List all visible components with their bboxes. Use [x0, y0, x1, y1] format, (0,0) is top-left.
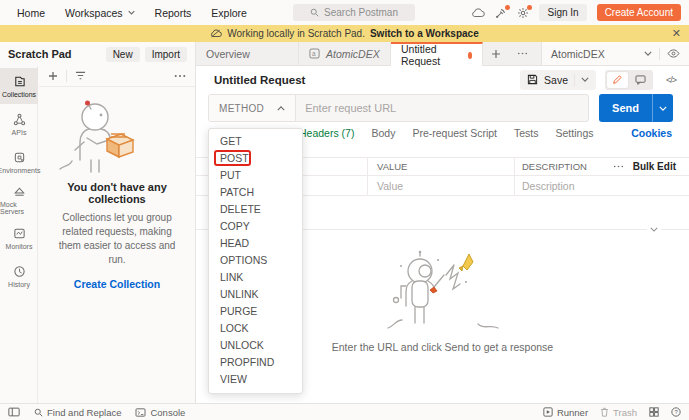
save-button[interactable]: Save: [520, 70, 596, 90]
request-url-input[interactable]: [296, 95, 588, 121]
sign-in-button[interactable]: Sign In: [539, 4, 586, 21]
method-option-view[interactable]: VIEW: [209, 371, 302, 388]
toggle-sidebar-icon[interactable]: [8, 407, 20, 417]
method-option-patch[interactable]: PATCH: [209, 184, 302, 201]
unsaved-dot: [468, 52, 472, 59]
method-option-post[interactable]: POST: [209, 150, 302, 167]
sidebar-item-environments[interactable]: Environments: [0, 144, 38, 180]
capture-requests-icon[interactable]: [495, 7, 507, 19]
collections-toolbar: [39, 66, 195, 87]
environment-name[interactable]: AtomicDEX: [551, 48, 637, 60]
runner-label: Runner: [557, 407, 588, 418]
mock-servers-icon: [13, 185, 26, 198]
method-option-get[interactable]: GET: [209, 133, 302, 150]
cloud-icon[interactable]: [471, 8, 485, 18]
edit-comment-toggle: [605, 70, 653, 90]
send-button: Send: [599, 94, 673, 122]
more-options-icon[interactable]: [605, 165, 633, 168]
nav-workspaces-label: Workspaces: [65, 7, 123, 19]
search-icon: [34, 408, 43, 417]
description-cell[interactable]: Description: [515, 180, 689, 192]
search-input[interactable]: Search Postman: [293, 4, 415, 21]
tab-body[interactable]: Body: [371, 127, 395, 139]
comment-icon[interactable]: [629, 71, 652, 89]
method-dropdown-menu: GET POST PUT PATCH DELETE COPY HEAD OPTI…: [208, 128, 303, 394]
sidebar-item-monitors[interactable]: Monitors: [0, 220, 38, 256]
tab-headers[interactable]: Headers (7): [299, 127, 354, 139]
code-icon[interactable]: </>: [666, 75, 676, 85]
tab-settings[interactable]: Settings: [556, 127, 594, 139]
sidebar: Scratch Pad New Import Collections APIs …: [0, 42, 196, 403]
tab-pre-request-script[interactable]: Pre-request Script: [412, 127, 497, 139]
save-options-chevron-icon[interactable]: [581, 77, 589, 82]
search-placeholder: Search Postman: [324, 7, 398, 18]
tab-untitled-request[interactable]: Untitled Request: [391, 42, 483, 66]
method-option-unlock[interactable]: UNLOCK: [209, 337, 302, 354]
import-button[interactable]: Import: [145, 47, 187, 62]
panels-icon[interactable]: [649, 407, 659, 417]
method-option-options[interactable]: OPTIONS: [209, 252, 302, 269]
sidebar-item-collections[interactable]: Collections: [0, 68, 38, 104]
method-option-head[interactable]: HEAD: [209, 235, 302, 252]
method-option-purge[interactable]: PURGE: [209, 303, 302, 320]
runner-icon: [543, 407, 553, 417]
divider: [659, 48, 660, 60]
sidebar-item-history[interactable]: History: [0, 258, 38, 294]
nav-reports[interactable]: Reports: [146, 7, 201, 19]
method-option-delete[interactable]: DELETE: [209, 201, 302, 218]
more-options-icon[interactable]: [174, 74, 186, 78]
rail-label: History: [8, 281, 30, 288]
method-option-put[interactable]: PUT: [209, 167, 302, 184]
add-icon[interactable]: [48, 71, 58, 81]
sidebar-item-apis[interactable]: APIs: [0, 106, 38, 142]
method-option-unlink[interactable]: UNLINK: [209, 286, 302, 303]
sidebar-rail: Collections APIs Environments Mock Serve…: [0, 66, 38, 403]
nav-menu: Home Workspaces Reports Explore: [8, 7, 256, 19]
tab-overview[interactable]: Overview: [196, 42, 299, 65]
environment-quick-look-icon[interactable]: [667, 49, 680, 58]
send-label[interactable]: Send: [599, 94, 652, 122]
chevron-down-icon[interactable]: [644, 51, 652, 56]
filter-icon[interactable]: [75, 71, 86, 81]
create-account-button[interactable]: Create Account: [597, 4, 681, 21]
url-row: METHOD Send: [196, 93, 689, 123]
close-icon[interactable]: ✕: [672, 27, 681, 40]
divider: [66, 70, 67, 82]
method-option-link[interactable]: LINK: [209, 269, 302, 286]
method-option-copy[interactable]: COPY: [209, 218, 302, 235]
rail-label: APIs: [12, 129, 27, 136]
nav-home[interactable]: Home: [8, 7, 54, 19]
nav-workspaces[interactable]: Workspaces: [56, 7, 144, 19]
rail-label: Mock Servers: [0, 201, 38, 215]
create-collection-link[interactable]: Create Collection: [74, 278, 160, 290]
new-tab-icon[interactable]: [483, 42, 509, 65]
method-dropdown-button[interactable]: METHOD: [209, 95, 296, 121]
method-option-propfind[interactable]: PROPFIND: [209, 354, 302, 371]
switch-workspace-link[interactable]: Switch to a Workspace: [370, 28, 479, 39]
runner-button[interactable]: Runner: [543, 407, 588, 418]
collapse-response-icon[interactable]: [647, 227, 661, 232]
bulk-edit-button[interactable]: Bulk Edit: [633, 161, 689, 172]
trash-button[interactable]: Trash: [600, 407, 637, 418]
value-cell[interactable]: Value: [368, 176, 515, 195]
help-icon[interactable]: ?: [671, 407, 681, 417]
tab-atomicdex[interactable]: a AtomicDEX: [299, 42, 391, 65]
svg-text:a: a: [312, 50, 316, 57]
method-option-lock[interactable]: LOCK: [209, 320, 302, 337]
find-and-replace-button[interactable]: Find and Replace: [34, 407, 121, 418]
tab-tests[interactable]: Tests: [514, 127, 539, 139]
cookies-link[interactable]: Cookies: [631, 127, 672, 139]
console-icon: [135, 408, 146, 417]
empty-collections-illustration: [51, 95, 147, 175]
new-button[interactable]: New: [106, 47, 140, 62]
banner-text: Working locally in Scratch Pad.: [227, 28, 365, 39]
nav-explore[interactable]: Explore: [202, 7, 256, 19]
status-bar-right: Runner Trash ?: [543, 407, 681, 418]
console-button[interactable]: Console: [135, 407, 185, 418]
gear-icon[interactable]: [517, 7, 529, 19]
edit-pencil-icon[interactable]: [606, 71, 629, 89]
sidebar-item-mock-servers[interactable]: Mock Servers: [0, 182, 38, 218]
rail-label: Environments: [0, 167, 40, 174]
send-options-chevron-icon[interactable]: [652, 94, 673, 122]
more-tabs-icon[interactable]: [509, 42, 536, 65]
